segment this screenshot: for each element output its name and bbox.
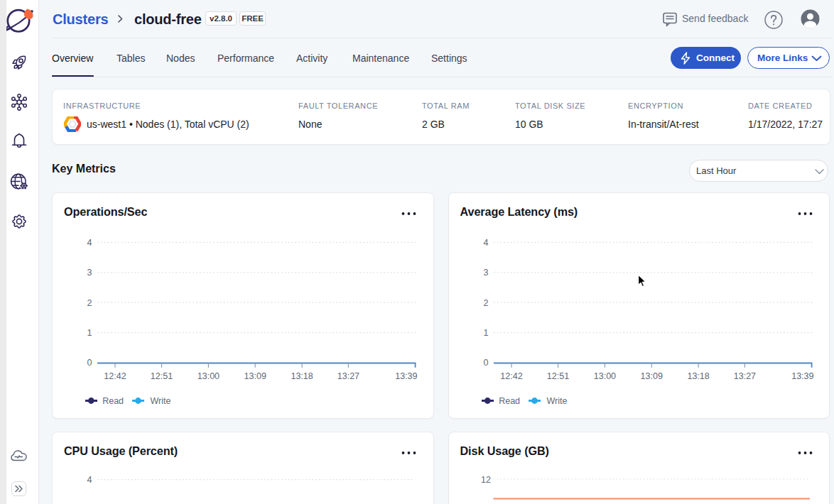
svg-text:13:27: 13:27: [733, 371, 755, 381]
svg-text:1: 1: [483, 328, 488, 338]
svg-text:13:00: 13:00: [593, 371, 615, 381]
svg-text:13:00: 13:00: [197, 371, 220, 381]
svg-text:0: 0: [87, 358, 92, 368]
svg-text:13:09: 13:09: [640, 371, 662, 381]
svg-text:1: 1: [87, 328, 92, 338]
svg-text:4: 4: [483, 238, 488, 248]
svg-text:12:51: 12:51: [546, 371, 568, 381]
svg-text:13:18: 13:18: [291, 371, 313, 381]
svg-text:4: 4: [87, 238, 92, 248]
svg-text:2: 2: [483, 298, 488, 308]
svg-text:12:42: 12:42: [104, 371, 126, 381]
svg-text:12:51: 12:51: [151, 371, 173, 381]
svg-text:4: 4: [87, 475, 92, 485]
svg-text:0: 0: [483, 358, 488, 368]
svg-text:Read: Read: [499, 396, 520, 406]
svg-text:13:09: 13:09: [244, 371, 266, 381]
svg-text:Write: Write: [150, 396, 170, 406]
svg-text:13:27: 13:27: [337, 371, 359, 381]
svg-text:3: 3: [483, 268, 488, 278]
svg-text:13:18: 13:18: [687, 371, 709, 381]
svg-text:2: 2: [87, 298, 92, 308]
svg-text:12: 12: [481, 475, 491, 485]
svg-text:Read: Read: [102, 396, 124, 406]
svg-text:3: 3: [87, 268, 92, 278]
svg-text:13:39: 13:39: [791, 371, 813, 381]
svg-text:Write: Write: [546, 396, 567, 406]
svg-text:13:39: 13:39: [395, 371, 417, 381]
svg-text:12:42: 12:42: [500, 371, 522, 381]
